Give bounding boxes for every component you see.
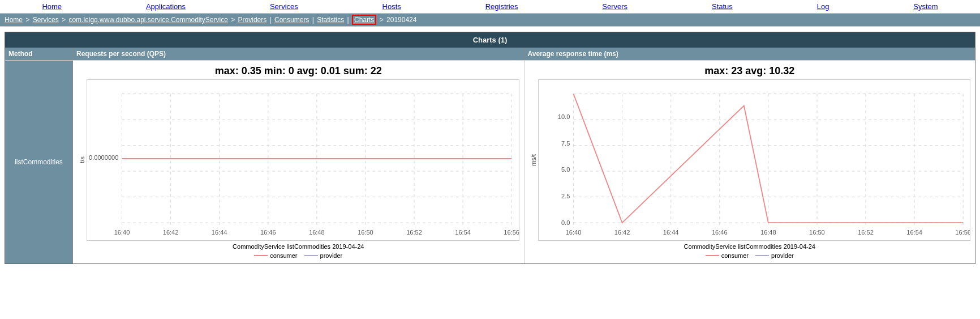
- breadcrumb-home[interactable]: Home: [5, 16, 23, 24]
- breadcrumb-statistics[interactable]: Statistics: [317, 16, 344, 24]
- avg-x-label: CommodityService listCommodities 2019-04…: [529, 243, 971, 250]
- avg-consumer-line-icon: [706, 255, 719, 256]
- svg-text:16:46: 16:46: [711, 229, 727, 236]
- breadcrumb-date: 20190424: [386, 16, 416, 24]
- svg-text:16:56: 16:56: [955, 229, 970, 236]
- avg-chart-svg: 0.0 2.5 5.0 7.5 10.0 16:40 16:42 16:44 1…: [538, 79, 971, 241]
- svg-text:16:42: 16:42: [163, 229, 179, 236]
- avg-chart-container: max: 23 avg: 10.32 ms/t: [529, 65, 971, 259]
- svg-text:10.0: 10.0: [557, 113, 570, 120]
- breadcrumb-consumers[interactable]: Consumers: [274, 16, 309, 24]
- pipe3: |: [347, 16, 351, 24]
- qps-legend: consumer provider: [78, 252, 519, 259]
- charts-panel-header: Charts (1): [5, 32, 975, 48]
- breadcrumb-service-name[interactable]: com.leigq.www.dubbo.api.service.Commodit…: [68, 16, 227, 24]
- nav-applications[interactable]: Applications: [146, 2, 186, 11]
- avg-legend-consumer: consumer: [706, 252, 749, 259]
- nav-log[interactable]: Log: [817, 2, 829, 11]
- qps-y-label: t/s: [78, 79, 87, 241]
- nav-services[interactable]: Services: [270, 2, 298, 11]
- nav-home[interactable]: Home: [42, 2, 62, 11]
- nav-hosts[interactable]: Hosts: [382, 2, 401, 11]
- qps-chart-title: max: 0.35 min: 0 avg: 0.01 sum: 22: [78, 65, 519, 77]
- avg-chart-wrap: ms/t: [529, 79, 971, 241]
- svg-text:16:44: 16:44: [663, 229, 678, 236]
- table-row: listCommodities max: 0.35 min: 0 avg: 0.…: [5, 60, 975, 263]
- avg-chart-title: max: 23 avg: 10.32: [529, 65, 971, 77]
- sep1: >: [25, 16, 31, 24]
- svg-text:5.0: 5.0: [561, 166, 569, 173]
- svg-text:16:42: 16:42: [614, 229, 630, 236]
- svg-text:16:56: 16:56: [504, 229, 519, 236]
- svg-text:16:50: 16:50: [358, 229, 373, 236]
- provider-line-icon: [304, 255, 318, 256]
- main-content: Charts (1) Method Requests per second (Q…: [0, 27, 980, 269]
- avg-y-label: ms/t: [529, 79, 538, 241]
- qps-chart-wrap: t/s: [78, 79, 519, 241]
- pipe1: |: [270, 16, 273, 24]
- breadcrumb-charts[interactable]: Charts: [352, 15, 376, 25]
- svg-text:0.0000000: 0.0000000: [89, 154, 118, 161]
- svg-text:16:52: 16:52: [858, 229, 874, 236]
- col-method-header: Method: [5, 48, 73, 60]
- sep3: >: [231, 16, 237, 24]
- avg-legend: consumer provider: [529, 252, 971, 259]
- avg-legend-provider: provider: [755, 252, 794, 259]
- breadcrumb-bar: Home > Services > com.leigq.www.dubbo.ap…: [0, 14, 980, 27]
- qps-chart-svg: 0.0000000 16:40 16:42 16:44 16:46 16:48 …: [87, 79, 519, 241]
- charts-panel: Charts (1) Method Requests per second (Q…: [5, 32, 975, 264]
- svg-text:16:48: 16:48: [760, 229, 776, 236]
- svg-text:16:46: 16:46: [260, 229, 276, 236]
- col-avg-header: Average response time (ms): [525, 48, 975, 60]
- qps-x-label: CommodityService listCommodities 2019-04…: [78, 243, 519, 250]
- consumer-line-icon: [254, 255, 268, 256]
- svg-text:16:40: 16:40: [565, 229, 581, 236]
- qps-chart-container: max: 0.35 min: 0 avg: 0.01 sum: 22 t/s: [78, 65, 519, 259]
- breadcrumb-providers[interactable]: Providers: [238, 16, 267, 24]
- avg-provider-line-icon: [755, 255, 769, 256]
- nav-system[interactable]: System: [913, 2, 938, 11]
- svg-text:16:54: 16:54: [455, 229, 471, 236]
- nav-servers[interactable]: Servers: [602, 2, 627, 11]
- svg-text:16:40: 16:40: [114, 229, 130, 236]
- top-nav: Home Applications Services Hosts Registr…: [0, 0, 980, 14]
- qps-legend-provider: provider: [304, 252, 343, 259]
- svg-text:16:44: 16:44: [212, 229, 227, 236]
- nav-status[interactable]: Status: [712, 2, 733, 11]
- svg-text:16:52: 16:52: [406, 229, 422, 236]
- nav-registries[interactable]: Registries: [485, 2, 518, 11]
- pipe2: |: [312, 16, 316, 24]
- svg-text:16:50: 16:50: [809, 229, 825, 236]
- svg-text:0.0: 0.0: [561, 219, 569, 226]
- svg-text:16:48: 16:48: [309, 229, 325, 236]
- sep4: >: [380, 16, 385, 24]
- svg-text:2.5: 2.5: [561, 193, 569, 199]
- qps-legend-consumer: consumer: [254, 252, 297, 259]
- breadcrumb-services[interactable]: Services: [33, 16, 59, 24]
- method-cell: listCommodities: [5, 61, 73, 263]
- svg-text:7.5: 7.5: [561, 140, 569, 147]
- qps-chart-cell: max: 0.35 min: 0 avg: 0.01 sum: 22 t/s: [73, 61, 525, 263]
- sep2: >: [62, 16, 67, 24]
- svg-text:16:54: 16:54: [906, 229, 922, 236]
- col-qps-header: Requests per second (QPS): [73, 48, 525, 60]
- charts-columns-header: Method Requests per second (QPS) Average…: [5, 48, 975, 60]
- avg-chart-cell: max: 23 avg: 10.32 ms/t: [525, 61, 975, 263]
